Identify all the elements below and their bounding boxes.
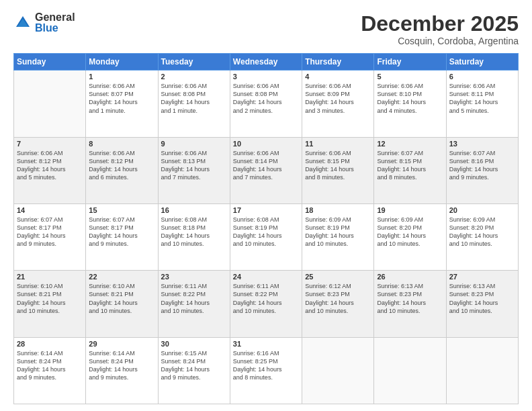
- day-number: 31: [233, 340, 299, 348]
- day-number: 13: [449, 140, 515, 148]
- weekday-header-row: Sunday Monday Tuesday Wednesday Thursday…: [14, 54, 519, 71]
- header-saturday: Saturday: [446, 54, 518, 71]
- day-info: Sunrise: 6:07 AM Sunset: 8:16 PM Dayligh…: [449, 149, 515, 182]
- table-row: 18Sunrise: 6:09 AM Sunset: 8:19 PM Dayli…: [302, 203, 374, 270]
- day-info: Sunrise: 6:07 AM Sunset: 8:17 PM Dayligh…: [17, 216, 83, 248]
- day-info: Sunrise: 6:09 AM Sunset: 8:20 PM Dayligh…: [377, 216, 443, 248]
- day-number: 27: [449, 273, 515, 281]
- day-info: Sunrise: 6:10 AM Sunset: 8:21 PM Dayligh…: [17, 282, 83, 315]
- header-thursday: Thursday: [302, 54, 374, 71]
- day-number: 19: [377, 206, 443, 214]
- table-row: 13Sunrise: 6:07 AM Sunset: 8:16 PM Dayli…: [446, 137, 518, 203]
- table-row: 23Sunrise: 6:11 AM Sunset: 8:22 PM Dayli…: [158, 271, 230, 337]
- table-row: 4Sunrise: 6:06 AM Sunset: 8:09 PM Daylig…: [302, 71, 374, 137]
- calendar-week-row: 14Sunrise: 6:07 AM Sunset: 8:17 PM Dayli…: [14, 203, 519, 270]
- month-title: December 2025: [361, 12, 519, 36]
- day-info: Sunrise: 6:07 AM Sunset: 8:15 PM Dayligh…: [377, 149, 443, 182]
- header-monday: Monday: [86, 54, 158, 71]
- day-info: Sunrise: 6:08 AM Sunset: 8:19 PM Dayligh…: [233, 216, 299, 248]
- calendar-week-row: 7Sunrise: 6:06 AM Sunset: 8:12 PM Daylig…: [14, 137, 519, 203]
- day-number: 2: [161, 73, 227, 81]
- day-info: Sunrise: 6:06 AM Sunset: 8:09 PM Dayligh…: [305, 82, 371, 115]
- day-number: 11: [305, 140, 371, 148]
- location-subtitle: Cosquin, Cordoba, Argentina: [361, 36, 519, 46]
- day-info: Sunrise: 6:06 AM Sunset: 8:13 PM Dayligh…: [161, 149, 227, 182]
- day-number: 25: [305, 273, 371, 281]
- day-info: Sunrise: 6:11 AM Sunset: 8:22 PM Dayligh…: [161, 282, 227, 315]
- day-info: Sunrise: 6:06 AM Sunset: 8:07 PM Dayligh…: [89, 82, 154, 115]
- day-info: Sunrise: 6:11 AM Sunset: 8:22 PM Dayligh…: [233, 282, 299, 315]
- day-info: Sunrise: 6:09 AM Sunset: 8:20 PM Dayligh…: [449, 216, 515, 248]
- day-number: 5: [377, 73, 443, 81]
- day-info: Sunrise: 6:06 AM Sunset: 8:11 PM Dayligh…: [449, 82, 515, 115]
- table-row: [14, 71, 86, 137]
- day-info: Sunrise: 6:07 AM Sunset: 8:17 PM Dayligh…: [89, 216, 154, 248]
- day-info: Sunrise: 6:06 AM Sunset: 8:08 PM Dayligh…: [161, 82, 227, 115]
- day-info: Sunrise: 6:15 AM Sunset: 8:24 PM Dayligh…: [161, 349, 227, 382]
- table-row: [374, 337, 446, 404]
- table-row: 9Sunrise: 6:06 AM Sunset: 8:13 PM Daylig…: [158, 137, 230, 203]
- table-row: 12Sunrise: 6:07 AM Sunset: 8:15 PM Dayli…: [374, 137, 446, 203]
- day-number: 24: [233, 273, 299, 281]
- day-info: Sunrise: 6:16 AM Sunset: 8:25 PM Dayligh…: [233, 349, 299, 382]
- table-row: 3Sunrise: 6:06 AM Sunset: 8:08 PM Daylig…: [230, 71, 302, 137]
- day-number: 1: [89, 73, 154, 81]
- day-number: 17: [233, 206, 299, 214]
- day-info: Sunrise: 6:13 AM Sunset: 8:23 PM Dayligh…: [449, 282, 515, 315]
- logo-blue: Blue: [35, 23, 75, 34]
- logo-text: General Blue: [35, 12, 75, 34]
- table-row: 14Sunrise: 6:07 AM Sunset: 8:17 PM Dayli…: [14, 203, 86, 270]
- day-number: 12: [377, 140, 443, 148]
- table-row: 17Sunrise: 6:08 AM Sunset: 8:19 PM Dayli…: [230, 203, 302, 270]
- day-info: Sunrise: 6:06 AM Sunset: 8:14 PM Dayligh…: [233, 149, 299, 182]
- table-row: 21Sunrise: 6:10 AM Sunset: 8:21 PM Dayli…: [14, 271, 86, 337]
- table-row: 27Sunrise: 6:13 AM Sunset: 8:23 PM Dayli…: [446, 271, 518, 337]
- header-wednesday: Wednesday: [230, 54, 302, 71]
- day-number: 7: [17, 140, 83, 148]
- table-row: [446, 337, 518, 404]
- table-row: 8Sunrise: 6:06 AM Sunset: 8:12 PM Daylig…: [86, 137, 158, 203]
- day-number: 9: [161, 140, 227, 148]
- day-info: Sunrise: 6:06 AM Sunset: 8:12 PM Dayligh…: [89, 149, 154, 182]
- table-row: 11Sunrise: 6:06 AM Sunset: 8:15 PM Dayli…: [302, 137, 374, 203]
- day-number: 3: [233, 73, 299, 81]
- day-number: 26: [377, 273, 443, 281]
- day-number: 16: [161, 206, 227, 214]
- day-info: Sunrise: 6:09 AM Sunset: 8:19 PM Dayligh…: [305, 216, 371, 248]
- header-sunday: Sunday: [14, 54, 86, 71]
- logo-icon: [13, 13, 32, 32]
- table-row: 1Sunrise: 6:06 AM Sunset: 8:07 PM Daylig…: [86, 71, 158, 137]
- day-info: Sunrise: 6:13 AM Sunset: 8:23 PM Dayligh…: [377, 282, 443, 315]
- day-info: Sunrise: 6:12 AM Sunset: 8:23 PM Dayligh…: [305, 282, 371, 315]
- table-row: 31Sunrise: 6:16 AM Sunset: 8:25 PM Dayli…: [230, 337, 302, 404]
- table-row: 16Sunrise: 6:08 AM Sunset: 8:18 PM Dayli…: [158, 203, 230, 270]
- calendar: Sunday Monday Tuesday Wednesday Thursday…: [13, 53, 519, 404]
- day-number: 20: [449, 206, 515, 214]
- logo: General Blue: [13, 12, 75, 34]
- logo-general: General: [35, 12, 75, 23]
- calendar-week-row: 1Sunrise: 6:06 AM Sunset: 8:07 PM Daylig…: [14, 71, 519, 137]
- day-number: 18: [305, 206, 371, 214]
- day-number: 14: [17, 206, 83, 214]
- table-row: 10Sunrise: 6:06 AM Sunset: 8:14 PM Dayli…: [230, 137, 302, 203]
- day-info: Sunrise: 6:14 AM Sunset: 8:24 PM Dayligh…: [17, 349, 83, 382]
- day-number: 15: [89, 206, 154, 214]
- calendar-week-row: 21Sunrise: 6:10 AM Sunset: 8:21 PM Dayli…: [14, 271, 519, 337]
- day-info: Sunrise: 6:06 AM Sunset: 8:12 PM Dayligh…: [17, 149, 83, 182]
- table-row: 19Sunrise: 6:09 AM Sunset: 8:20 PM Dayli…: [374, 203, 446, 270]
- day-number: 8: [89, 140, 154, 148]
- day-number: 10: [233, 140, 299, 148]
- table-row: 7Sunrise: 6:06 AM Sunset: 8:12 PM Daylig…: [14, 137, 86, 203]
- table-row: 30Sunrise: 6:15 AM Sunset: 8:24 PM Dayli…: [158, 337, 230, 404]
- table-row: 25Sunrise: 6:12 AM Sunset: 8:23 PM Dayli…: [302, 271, 374, 337]
- page: General Blue December 2025 Cosquin, Cord…: [0, 0, 532, 411]
- day-info: Sunrise: 6:06 AM Sunset: 8:10 PM Dayligh…: [377, 82, 443, 115]
- table-row: 26Sunrise: 6:13 AM Sunset: 8:23 PM Dayli…: [374, 271, 446, 337]
- day-number: 29: [89, 340, 154, 348]
- table-row: 29Sunrise: 6:14 AM Sunset: 8:24 PM Dayli…: [86, 337, 158, 404]
- header-tuesday: Tuesday: [158, 54, 230, 71]
- day-number: 21: [17, 273, 83, 281]
- day-number: 28: [17, 340, 83, 348]
- day-number: 6: [449, 73, 515, 81]
- table-row: 20Sunrise: 6:09 AM Sunset: 8:20 PM Dayli…: [446, 203, 518, 270]
